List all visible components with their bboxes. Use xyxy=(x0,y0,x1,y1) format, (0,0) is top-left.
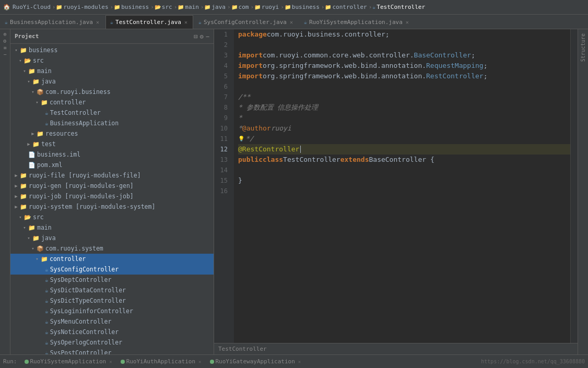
tree-arrow: ▶ xyxy=(13,173,20,178)
tree-item-7[interactable]: ☕BusinessApplication xyxy=(10,118,214,128)
breadcrumb-controller-icon: 📁 xyxy=(325,4,331,10)
tree-item-22[interactable]: ☕SysDeptController xyxy=(10,275,214,285)
tree-item-0[interactable]: ▾📁business xyxy=(10,45,214,55)
tree-item-label: controller xyxy=(50,255,86,263)
code-line-6 xyxy=(238,81,570,92)
tree-item-13[interactable]: ▶📁ruoyi-gen [ruoyi-modules-gen] xyxy=(10,181,214,191)
breadcrumb-business2-icon: 📁 xyxy=(285,4,291,10)
breadcrumb-com-label: com xyxy=(239,4,249,10)
breadcrumb-business[interactable]: 📁 business xyxy=(114,4,149,10)
token: import xyxy=(238,71,263,81)
gutter-scrollbar[interactable] xyxy=(570,29,578,343)
structure-label[interactable]: Structure xyxy=(580,33,586,62)
tree-item-label: src xyxy=(33,57,44,64)
code-line-14 xyxy=(238,165,570,175)
toolbar-icon-1[interactable]: ⊕ xyxy=(3,31,6,37)
tree-item-16[interactable]: ▾📂src xyxy=(10,212,214,222)
tree-item-icon: ☕ xyxy=(45,266,49,273)
tab-3-icon: ☕ xyxy=(304,19,307,25)
tree-item-18[interactable]: ▾📁java xyxy=(10,233,214,243)
tree-item-icon: ☕ xyxy=(45,110,49,116)
tree-item-17[interactable]: ▾📁main xyxy=(10,222,214,233)
tab-1-close[interactable]: ✕ xyxy=(183,19,189,26)
tree-item-4[interactable]: ▾📦com.ruoyi.business xyxy=(10,87,214,97)
tree-item-12[interactable]: ▶📁ruoyi-file [ruoyi-modules-file] xyxy=(10,170,214,181)
breadcrumb-main-label: main xyxy=(185,4,199,10)
breadcrumb-java[interactable]: 📁 java xyxy=(204,4,226,10)
tab-2-close[interactable]: ✕ xyxy=(289,19,294,26)
tree-item-label: SysPostController xyxy=(50,349,112,354)
tab-0[interactable]: ☕ BusinessApplication.java ✕ xyxy=(0,15,105,29)
token: TestController xyxy=(283,155,340,165)
run-tab-1[interactable]: RuoYiAuthApplication ✕ xyxy=(117,357,205,366)
tree-item-6[interactable]: ☕TestController xyxy=(10,108,214,118)
tree-item-label: java xyxy=(41,234,56,242)
breadcrumb-src[interactable]: 📂 src xyxy=(155,4,172,10)
collapse-all-icon[interactable]: ⊟ xyxy=(194,33,197,40)
code-line-5: import org.springframework.web.bind.anno… xyxy=(238,71,570,81)
tree-item-icon: 📁 xyxy=(32,141,40,148)
tab-3[interactable]: ☕ RuoYiSystemApplication.java ✕ xyxy=(299,15,415,29)
tree-item-27[interactable]: ☕SysNoticeController xyxy=(10,327,214,337)
run-tab-2-close[interactable]: ✕ xyxy=(298,359,301,364)
tree-item-25[interactable]: ☕SysLogininforController xyxy=(10,306,214,316)
tree-item-29[interactable]: ☕SysPostController xyxy=(10,348,214,354)
tree-item-2[interactable]: ▾📁main xyxy=(10,66,214,76)
tree-item-9[interactable]: ▶📁test xyxy=(10,139,214,149)
tree-item-14[interactable]: ▶📁ruoyi-job [ruoyi-modules-job] xyxy=(10,191,214,201)
breadcrumb-class[interactable]: ☕ TestController xyxy=(372,4,425,10)
tree-item-20[interactable]: ▾📁controller xyxy=(10,254,214,264)
tab-1[interactable]: ☕ TestController.java ✕ xyxy=(105,15,193,29)
close-panel-icon[interactable]: − xyxy=(206,33,209,40)
code-line-8: * 参数配置 信息操作处理 xyxy=(238,102,570,113)
tree-item-icon: ☕ xyxy=(45,308,49,315)
breadcrumb-main[interactable]: 📁 main xyxy=(178,4,199,10)
tree-item-26[interactable]: ☕SysMenuController xyxy=(10,316,214,327)
token: } xyxy=(238,175,242,186)
tree-item-10[interactable]: 📄business.iml xyxy=(10,149,214,160)
token: org.springframework.web.bind.annotation. xyxy=(263,71,426,81)
tab-3-close[interactable]: ✕ xyxy=(405,19,410,26)
breadcrumb-business2[interactable]: 📁 business xyxy=(285,4,320,10)
tree-item-15[interactable]: ▶📁ruoyi-system [ruoyi-modules-system] xyxy=(10,201,214,212)
tab-2[interactable]: ☕ SysConfigController.java ✕ xyxy=(194,15,299,29)
tree-item-icon: 📁 xyxy=(20,183,27,189)
toolbar-icon-3[interactable]: ≡ xyxy=(3,45,6,51)
run-tab-2[interactable]: RuoYiGatewayApplication ✕ xyxy=(207,357,304,366)
tree-item-8[interactable]: ▶📁resources xyxy=(10,128,214,139)
settings-icon[interactable]: ⚙ xyxy=(200,33,204,40)
breadcrumb-ruoyi[interactable]: 📁 ruoyi xyxy=(254,4,279,10)
breadcrumb-root[interactable]: RuoYi-Cloud xyxy=(13,4,51,10)
tree-item-28[interactable]: ☕SysOperlogController xyxy=(10,337,214,348)
tree-arrow: ▶ xyxy=(25,141,32,147)
tree-item-label: SysDictDataController xyxy=(50,287,126,294)
tree-item-21[interactable]: ☕SysConfigController xyxy=(10,264,214,275)
tree-item-11[interactable]: 📄pom.xml xyxy=(10,160,214,170)
breadcrumb-src-label: src xyxy=(162,4,172,10)
tree-item-3[interactable]: ▾📁java xyxy=(10,76,214,87)
line-number-11: 11 xyxy=(214,134,231,144)
run-tab-1-close[interactable]: ✕ xyxy=(198,359,201,364)
code-area[interactable]: package com.ruoyi.business.controller;im… xyxy=(234,29,570,343)
bottom-filename: TestController xyxy=(218,346,267,352)
run-tab-0-close[interactable]: ✕ xyxy=(109,359,112,364)
tree-item-23[interactable]: ☕SysDictDataController xyxy=(10,285,214,295)
toolbar-icon-2[interactable]: ⚙ xyxy=(3,38,6,44)
tab-0-close[interactable]: ✕ xyxy=(95,19,100,26)
tree-item-icon: 📁 xyxy=(28,224,36,231)
bulb-icon[interactable]: 💡 xyxy=(238,134,244,144)
tree-item-label: SysConfigController xyxy=(50,266,119,273)
tree-item-5[interactable]: ▾📁controller xyxy=(10,97,214,108)
breadcrumb-modules[interactable]: 📁 ruoyi-modules xyxy=(56,4,108,10)
tree-item-1[interactable]: ▾📂src xyxy=(10,55,214,66)
breadcrumb-com-icon: 📁 xyxy=(231,4,238,10)
tree-item-19[interactable]: ▾📦com.ruoyi.system xyxy=(10,243,214,254)
breadcrumb-controller[interactable]: 📁 controller xyxy=(325,4,367,10)
tree-item-24[interactable]: ☕SysDictTypeController xyxy=(10,295,214,306)
breadcrumb-com[interactable]: 📁 com xyxy=(231,4,249,10)
tree-arrow: ▶ xyxy=(13,204,20,209)
tree-arrow: ▾ xyxy=(13,48,20,53)
tree-arrow: ▾ xyxy=(29,246,37,251)
toolbar-icon-4[interactable]: − xyxy=(3,52,6,57)
run-tab-0[interactable]: RuoYiSystemApplication ✕ xyxy=(21,357,115,366)
